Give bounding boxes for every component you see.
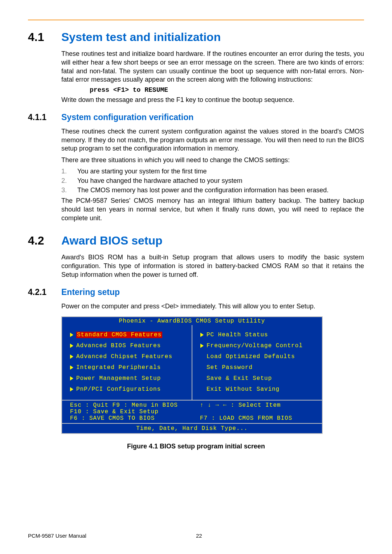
list-item: 3. The CMOS memory has lost power and th… xyxy=(61,186,364,194)
section-number: 4.1 xyxy=(28,30,61,44)
section-4-1-1-heading: 4.1.1 System configuration verification xyxy=(28,112,364,122)
paragraph: These routines check the current system … xyxy=(61,127,364,153)
subsection-title: System configuration verification xyxy=(61,112,193,122)
bios-key-hint: ↑ ↓ → ← : Select Item xyxy=(200,402,314,409)
section-4-2-1-heading: 4.2.1 Entering setup xyxy=(28,287,364,297)
bios-item-label: Load Optimized Defaults xyxy=(207,353,295,360)
bios-key-legend-right: ↑ ↓ → ← : Select Item F7 : LOAD CMOS FRO… xyxy=(192,401,322,423)
page-content: 4.1 System test and initialization These… xyxy=(0,20,392,450)
list-item: 1. You are starting your system for the … xyxy=(61,167,364,176)
bios-screenshot: Phoenix - AwardBIOS CMOS Setup Utility S… xyxy=(61,316,323,434)
bios-menu-pnp-pci[interactable]: PnP/PCI Configurations xyxy=(70,386,184,393)
paragraph: Write down the message and press the F1 … xyxy=(61,96,364,104)
triangle-right-icon xyxy=(200,344,204,348)
bios-item-label: Frequency/Voltage Control xyxy=(207,342,303,349)
bios-right-column: PC Health Status Frequency/Voltage Contr… xyxy=(192,325,322,400)
triangle-right-icon xyxy=(70,354,73,359)
triangle-right-icon xyxy=(70,365,73,370)
triangle-right-icon xyxy=(70,333,73,337)
bios-menu-standard-cmos[interactable]: Standard CMOS Features xyxy=(70,332,184,338)
bios-item-label: Set Password xyxy=(207,364,253,371)
triangle-right-icon xyxy=(70,376,73,381)
bios-key-legend: Esc : Quit F9 : Menu in BIOS F10 : Save … xyxy=(62,400,322,423)
figure-caption: Figure 4.1 BIOS setup program initial sc… xyxy=(28,443,364,450)
bios-key-legend-left: Esc : Quit F9 : Menu in BIOS F10 : Save … xyxy=(62,401,192,423)
bios-main-area: Standard CMOS Features Advanced BIOS Fea… xyxy=(62,325,322,400)
bios-menu-frequency-voltage[interactable]: Frequency/Voltage Control xyxy=(200,342,314,349)
list-item: 2. You have changed the hardware attache… xyxy=(61,176,364,185)
bios-menu-exit-without-saving[interactable]: Exit Without Saving xyxy=(200,386,314,393)
list-number: 3. xyxy=(61,186,77,194)
triangle-right-icon xyxy=(70,344,73,348)
bios-selected-item: Standard CMOS Features xyxy=(76,332,162,338)
bios-key-hint: F7 : LOAD CMOS FROM BIOS xyxy=(200,415,314,422)
subsection-number: 4.2.1 xyxy=(28,287,61,297)
list-text: You are starting your system for the fir… xyxy=(77,167,364,176)
bios-status-bar: Time, Date, Hard Disk Type... xyxy=(62,423,322,433)
page-footer: PCM-9587 User Manual 22 xyxy=(28,533,364,539)
bios-menu-advanced-chipset[interactable]: Advanced Chipset Features xyxy=(70,353,184,360)
bios-item-label: Exit Without Saving xyxy=(207,386,279,393)
bios-menu-advanced-bios[interactable]: Advanced BIOS Features xyxy=(70,342,184,349)
bios-item-label: Advanced Chipset Features xyxy=(76,353,172,360)
bios-menu-integrated-peripherals[interactable]: Integrated Peripherals xyxy=(70,364,184,371)
bios-left-column: Standard CMOS Features Advanced BIOS Fea… xyxy=(62,325,192,400)
paragraph: Award's BIOS ROM has a built-in Setup pr… xyxy=(61,253,364,279)
paragraph: The PCM-9587 Series' CMOS memory has an … xyxy=(61,197,364,222)
bios-menu-set-password[interactable]: Set Password xyxy=(200,364,314,371)
bios-key-hint: F6 : SAVE CMOS TO BIOS xyxy=(70,415,184,422)
bios-item-label: Advanced BIOS Features xyxy=(76,342,161,349)
bios-item-label: PnP/PCI Configurations xyxy=(76,386,161,393)
bios-titlebar: Phoenix - AwardBIOS CMOS Setup Utility xyxy=(62,317,322,325)
bios-key-hint: F10 : Save & Exit Setup xyxy=(70,409,184,415)
bios-key-hint xyxy=(200,409,314,415)
list-number: 1. xyxy=(61,167,77,176)
bios-item-label: Integrated Peripherals xyxy=(76,364,161,371)
footer-manual-name: PCM-9587 User Manual xyxy=(28,533,196,539)
subsection-title: Entering setup xyxy=(61,287,120,297)
bios-item-label: PC Health Status xyxy=(207,332,268,338)
bios-key-hint: Esc : Quit F9 : Menu in BIOS xyxy=(70,402,184,409)
bios-menu-pc-health[interactable]: PC Health Status xyxy=(200,332,314,338)
list-text: The CMOS memory has lost power and the c… xyxy=(77,186,364,194)
code-instruction: press <F1> to RESUME xyxy=(90,86,364,94)
bios-item-label: Power Management Setup xyxy=(76,375,161,382)
footer-page-number: 22 xyxy=(196,533,364,539)
subsection-number: 4.1.1 xyxy=(28,112,61,122)
section-4-2-heading: 4.2 Award BIOS setup xyxy=(28,234,364,247)
bios-menu-load-defaults[interactable]: Load Optimized Defaults xyxy=(200,353,314,360)
paragraph: Power on the computer and press <Del> im… xyxy=(61,302,364,311)
section-number: 4.2 xyxy=(28,234,61,247)
paragraph: There are three situations in which you … xyxy=(61,156,364,165)
list-number: 2. xyxy=(61,176,77,185)
list-text: You have changed the hardware attached t… xyxy=(77,176,364,185)
section-title: System test and initialization xyxy=(61,30,221,44)
bios-menu-save-exit[interactable]: Save & Exit Setup xyxy=(200,375,314,382)
triangle-right-icon xyxy=(70,387,73,391)
section-title: Award BIOS setup xyxy=(61,234,163,247)
bios-item-label: Save & Exit Setup xyxy=(207,375,272,382)
numbered-list: 1. You are starting your system for the … xyxy=(61,167,364,194)
paragraph: These routines test and initialize board… xyxy=(61,50,364,84)
bios-menu-power-management[interactable]: Power Management Setup xyxy=(70,375,184,382)
section-4-1-heading: 4.1 System test and initialization xyxy=(28,30,364,44)
triangle-right-icon xyxy=(200,333,204,337)
